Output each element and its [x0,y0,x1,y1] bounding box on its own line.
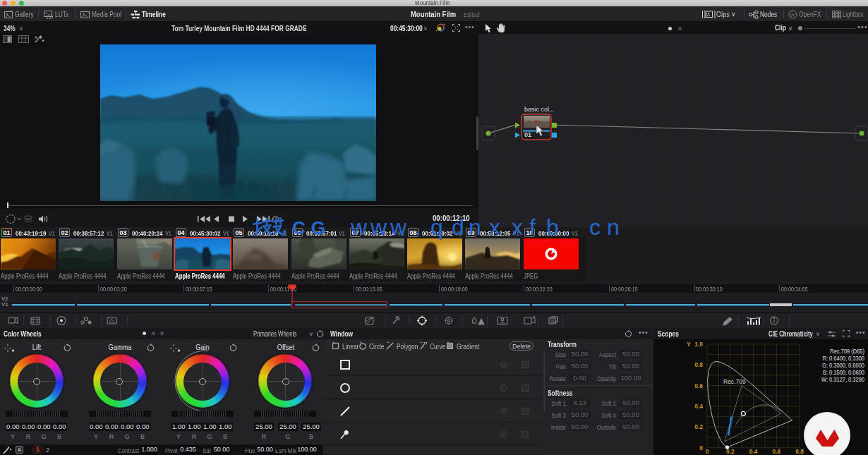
svg-text:Rec.709: Rec.709 [723,378,746,385]
svg-text:0: 0 [706,448,709,455]
svg-text:1.0: 1.0 [694,341,703,348]
svg-text:3D: 3D [550,319,557,324]
svg-text:0.6: 0.6 [772,448,780,455]
svg-text:0.2: 0.2 [694,423,703,430]
svg-text:0.4: 0.4 [694,403,703,410]
svg-text:0.4: 0.4 [749,448,758,455]
svg-text:0.8: 0.8 [694,361,703,368]
svg-text:0: 0 [699,444,703,451]
svg-text:0.8: 0.8 [795,448,804,455]
svg-text:fx: fx [791,12,795,18]
svg-text:0.6: 0.6 [694,382,703,389]
svg-text:Y: Y [687,341,691,348]
